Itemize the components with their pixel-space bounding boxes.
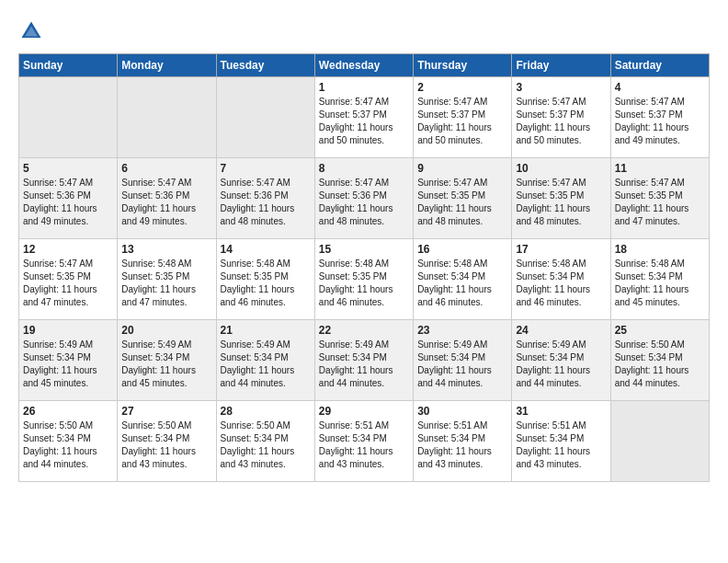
day-number: 16 xyxy=(417,243,507,256)
day-info: Sunrise: 5:50 AM Sunset: 5:34 PM Dayligh… xyxy=(615,339,705,390)
page-header xyxy=(18,18,710,44)
day-number: 7 xyxy=(221,162,311,175)
calendar-cell: 12Sunrise: 5:47 AM Sunset: 5:35 PM Dayli… xyxy=(19,239,118,320)
calendar-cell: 16Sunrise: 5:48 AM Sunset: 5:34 PM Dayli… xyxy=(414,239,512,320)
weekday-header: Saturday xyxy=(610,54,709,77)
weekday-header: Wednesday xyxy=(314,54,413,77)
calendar-cell: 3Sunrise: 5:47 AM Sunset: 5:37 PM Daylig… xyxy=(512,77,610,158)
day-number: 27 xyxy=(121,405,211,418)
logo-icon xyxy=(18,18,44,44)
day-number: 21 xyxy=(221,324,311,337)
calendar-cell: 7Sunrise: 5:47 AM Sunset: 5:36 PM Daylig… xyxy=(216,158,314,239)
calendar-week-row: 19Sunrise: 5:49 AM Sunset: 5:34 PM Dayli… xyxy=(19,320,710,401)
day-number: 28 xyxy=(221,405,311,418)
day-number: 23 xyxy=(417,324,507,337)
day-info: Sunrise: 5:47 AM Sunset: 5:35 PM Dayligh… xyxy=(516,177,606,228)
calendar-cell: 9Sunrise: 5:47 AM Sunset: 5:35 PM Daylig… xyxy=(414,158,512,239)
calendar-cell: 28Sunrise: 5:50 AM Sunset: 5:34 PM Dayli… xyxy=(216,401,314,482)
calendar-cell: 25Sunrise: 5:50 AM Sunset: 5:34 PM Dayli… xyxy=(610,320,709,401)
weekday-header: Sunday xyxy=(19,54,118,77)
calendar-cell: 14Sunrise: 5:48 AM Sunset: 5:35 PM Dayli… xyxy=(216,239,314,320)
day-info: Sunrise: 5:47 AM Sunset: 5:35 PM Dayligh… xyxy=(23,258,113,309)
calendar-week-row: 26Sunrise: 5:50 AM Sunset: 5:34 PM Dayli… xyxy=(19,401,710,482)
day-number: 25 xyxy=(615,324,705,337)
day-number: 24 xyxy=(516,324,606,337)
calendar-cell: 6Sunrise: 5:47 AM Sunset: 5:36 PM Daylig… xyxy=(118,158,216,239)
day-info: Sunrise: 5:48 AM Sunset: 5:34 PM Dayligh… xyxy=(516,258,606,309)
day-info: Sunrise: 5:49 AM Sunset: 5:34 PM Dayligh… xyxy=(221,339,311,390)
day-number: 9 xyxy=(417,162,507,175)
calendar-cell: 8Sunrise: 5:47 AM Sunset: 5:36 PM Daylig… xyxy=(314,158,413,239)
day-number: 30 xyxy=(417,405,507,418)
day-number: 15 xyxy=(319,243,409,256)
day-info: Sunrise: 5:48 AM Sunset: 5:35 PM Dayligh… xyxy=(121,258,211,309)
day-info: Sunrise: 5:47 AM Sunset: 5:35 PM Dayligh… xyxy=(417,177,507,228)
weekday-header: Monday xyxy=(118,54,216,77)
calendar-week-row: 1Sunrise: 5:47 AM Sunset: 5:37 PM Daylig… xyxy=(19,77,710,158)
calendar-cell xyxy=(216,77,314,158)
day-info: Sunrise: 5:47 AM Sunset: 5:36 PM Dayligh… xyxy=(121,177,211,228)
day-info: Sunrise: 5:51 AM Sunset: 5:34 PM Dayligh… xyxy=(516,419,606,471)
day-number: 8 xyxy=(319,162,409,175)
day-info: Sunrise: 5:49 AM Sunset: 5:34 PM Dayligh… xyxy=(23,339,113,390)
day-number: 29 xyxy=(319,405,409,418)
day-info: Sunrise: 5:49 AM Sunset: 5:34 PM Dayligh… xyxy=(319,339,409,390)
calendar-cell: 4Sunrise: 5:47 AM Sunset: 5:37 PM Daylig… xyxy=(610,77,709,158)
day-info: Sunrise: 5:47 AM Sunset: 5:36 PM Dayligh… xyxy=(23,177,113,228)
calendar-cell: 20Sunrise: 5:49 AM Sunset: 5:34 PM Dayli… xyxy=(118,320,216,401)
calendar-cell: 5Sunrise: 5:47 AM Sunset: 5:36 PM Daylig… xyxy=(19,158,118,239)
calendar-cell: 27Sunrise: 5:50 AM Sunset: 5:34 PM Dayli… xyxy=(118,401,216,482)
calendar-cell: 13Sunrise: 5:48 AM Sunset: 5:35 PM Dayli… xyxy=(118,239,216,320)
day-info: Sunrise: 5:50 AM Sunset: 5:34 PM Dayligh… xyxy=(121,419,211,471)
day-number: 17 xyxy=(516,243,606,256)
day-number: 6 xyxy=(121,162,211,175)
day-number: 22 xyxy=(319,324,409,337)
calendar-cell: 21Sunrise: 5:49 AM Sunset: 5:34 PM Dayli… xyxy=(216,320,314,401)
calendar-cell: 30Sunrise: 5:51 AM Sunset: 5:34 PM Dayli… xyxy=(414,401,512,482)
logo xyxy=(18,18,48,44)
calendar-cell: 15Sunrise: 5:48 AM Sunset: 5:35 PM Dayli… xyxy=(314,239,413,320)
calendar-cell: 24Sunrise: 5:49 AM Sunset: 5:34 PM Dayli… xyxy=(512,320,610,401)
weekday-header: Tuesday xyxy=(216,54,314,77)
day-number: 4 xyxy=(615,81,705,94)
calendar-cell: 19Sunrise: 5:49 AM Sunset: 5:34 PM Dayli… xyxy=(19,320,118,401)
calendar-cell: 23Sunrise: 5:49 AM Sunset: 5:34 PM Dayli… xyxy=(414,320,512,401)
day-info: Sunrise: 5:48 AM Sunset: 5:35 PM Dayligh… xyxy=(319,258,409,309)
day-info: Sunrise: 5:47 AM Sunset: 5:36 PM Dayligh… xyxy=(319,177,409,228)
day-number: 12 xyxy=(23,243,113,256)
calendar-cell: 2Sunrise: 5:47 AM Sunset: 5:37 PM Daylig… xyxy=(414,77,512,158)
calendar-week-row: 12Sunrise: 5:47 AM Sunset: 5:35 PM Dayli… xyxy=(19,239,710,320)
day-number: 10 xyxy=(516,162,606,175)
calendar-cell: 10Sunrise: 5:47 AM Sunset: 5:35 PM Dayli… xyxy=(512,158,610,239)
calendar-cell: 18Sunrise: 5:48 AM Sunset: 5:34 PM Dayli… xyxy=(610,239,709,320)
day-info: Sunrise: 5:47 AM Sunset: 5:35 PM Dayligh… xyxy=(615,177,705,228)
day-number: 18 xyxy=(615,243,705,256)
day-info: Sunrise: 5:47 AM Sunset: 5:36 PM Dayligh… xyxy=(221,177,311,228)
day-info: Sunrise: 5:49 AM Sunset: 5:34 PM Dayligh… xyxy=(417,339,507,390)
day-info: Sunrise: 5:48 AM Sunset: 5:34 PM Dayligh… xyxy=(417,258,507,309)
weekday-header-row: SundayMondayTuesdayWednesdayThursdayFrid… xyxy=(19,54,710,77)
day-number: 1 xyxy=(319,81,409,94)
day-number: 13 xyxy=(121,243,211,256)
day-number: 2 xyxy=(417,81,507,94)
day-info: Sunrise: 5:50 AM Sunset: 5:34 PM Dayligh… xyxy=(23,419,113,471)
day-info: Sunrise: 5:47 AM Sunset: 5:37 PM Dayligh… xyxy=(417,96,507,147)
day-info: Sunrise: 5:50 AM Sunset: 5:34 PM Dayligh… xyxy=(221,419,311,471)
day-info: Sunrise: 5:48 AM Sunset: 5:35 PM Dayligh… xyxy=(221,258,311,309)
calendar-cell xyxy=(118,77,216,158)
calendar-cell: 29Sunrise: 5:51 AM Sunset: 5:34 PM Dayli… xyxy=(314,401,413,482)
day-number: 20 xyxy=(121,324,211,337)
calendar-cell: 1Sunrise: 5:47 AM Sunset: 5:37 PM Daylig… xyxy=(314,77,413,158)
day-info: Sunrise: 5:47 AM Sunset: 5:37 PM Dayligh… xyxy=(516,96,606,147)
weekday-header: Friday xyxy=(512,54,610,77)
calendar-cell xyxy=(19,77,118,158)
calendar-table: SundayMondayTuesdayWednesdayThursdayFrid… xyxy=(18,53,710,482)
weekday-header: Thursday xyxy=(414,54,512,77)
day-number: 3 xyxy=(516,81,606,94)
day-number: 19 xyxy=(23,324,113,337)
day-info: Sunrise: 5:47 AM Sunset: 5:37 PM Dayligh… xyxy=(319,96,409,147)
day-number: 31 xyxy=(516,405,606,418)
day-number: 11 xyxy=(615,162,705,175)
calendar-cell xyxy=(610,401,709,482)
calendar-cell: 22Sunrise: 5:49 AM Sunset: 5:34 PM Dayli… xyxy=(314,320,413,401)
